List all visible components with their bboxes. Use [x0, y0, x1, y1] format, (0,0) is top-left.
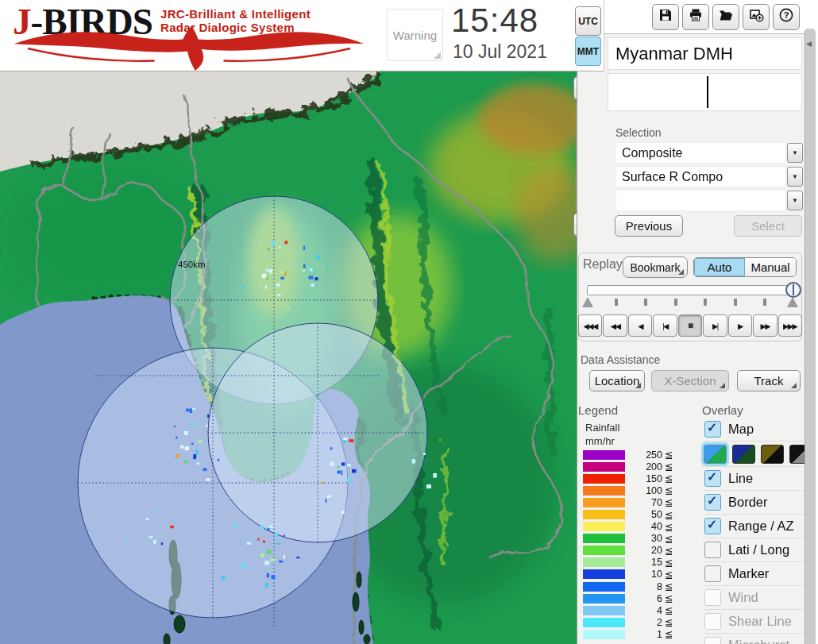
selection-dropdown-1[interactable]: Composite [615, 142, 786, 164]
skip-to-start-button[interactable]: |◀ [653, 314, 677, 337]
checkbox[interactable]: ✓ [704, 421, 721, 438]
echo-pixel [191, 443, 194, 445]
echo-pixel [267, 573, 269, 578]
map-style-dark-blue-green[interactable] [732, 445, 755, 464]
legend-lte-symbol: ≦ [665, 472, 673, 484]
overlay-item-microburst: Microburst [702, 634, 804, 644]
map-style-terrain-blue-green[interactable] [704, 445, 727, 464]
playback-controls: ◀◀◀◀◀◀|◀■▶|▶▶▶▶▶▶ [578, 314, 802, 337]
fast-rewind-3-button[interactable]: ◀◀◀ [578, 314, 602, 337]
replay-timeline-slider[interactable] [587, 285, 801, 295]
fast-forward-2-button[interactable]: ▶▶ [753, 314, 777, 337]
echo-pixel [316, 255, 320, 259]
echo-pixel [185, 447, 190, 451]
echo-pixel [420, 434, 422, 439]
echo-pixel [341, 470, 342, 475]
select-button[interactable]: Select [734, 215, 802, 237]
play-button[interactable]: ▶ [728, 314, 752, 337]
resize-grip-icon[interactable] [434, 52, 441, 59]
echo-pixel [303, 246, 305, 250]
slider-start-marker[interactable] [582, 297, 593, 307]
dropdown-caret-button-2[interactable]: ▼ [787, 167, 803, 187]
radar-map[interactable]: 450km [0, 71, 577, 644]
echo-pixel [260, 525, 264, 530]
selection-dropdown-2[interactable]: Surface R Compo [615, 166, 786, 187]
panel-collapse-strip[interactable] [804, 29, 816, 644]
legend-row: 150≦ [583, 472, 688, 484]
legend-color-swatch [583, 557, 625, 567]
location-button[interactable]: Location [589, 370, 645, 391]
overlay-item-label: Line [728, 471, 753, 486]
checkbox[interactable] [704, 565, 721, 582]
selection-dropdown-3[interactable] [615, 190, 786, 211]
overlay-item-range-az: ✓Range / AZ [702, 515, 804, 538]
echo-pixel [314, 277, 318, 280]
legend-value: 70 [625, 497, 662, 508]
add-image-button[interactable] [743, 4, 770, 30]
step-back-button[interactable]: ◀ [628, 314, 652, 337]
legend-color-swatch [583, 618, 625, 627]
slider-end-marker[interactable] [787, 297, 798, 307]
echo-pixel [352, 469, 357, 473]
panel-collapse-arrow-icon[interactable]: ◀ [806, 40, 812, 48]
help-button[interactable]: ? [773, 4, 800, 30]
overlay-item-border: ✓Border [702, 491, 804, 515]
fast-forward-3-button[interactable]: ▶▶▶ [778, 314, 802, 337]
echo-pixel [426, 484, 431, 488]
skip-to-end-button[interactable]: ▶| [703, 314, 727, 337]
map-style-olive-black[interactable] [761, 445, 784, 464]
timezone-mmt-button[interactable]: MMT [575, 37, 601, 66]
overlay-item-label: Map [728, 422, 754, 437]
timezone-utc-button[interactable]: UTC [575, 6, 601, 36]
checkbox[interactable]: ✓ [704, 518, 721, 534]
checkbox[interactable]: ✓ [704, 494, 721, 511]
echo-pixel [322, 482, 324, 484]
echo-pixel [186, 409, 190, 411]
legend-lte-symbol: ≦ [665, 461, 673, 472]
echo-pixel [284, 555, 285, 559]
echo-pixel [260, 553, 264, 557]
fast-rewind-2-button[interactable]: ◀◀ [603, 314, 627, 337]
legend-section-label: Legend [578, 403, 618, 417]
station-input[interactable] [608, 73, 802, 111]
dropdown-caret-button-3[interactable]: ▼ [787, 191, 803, 210]
bookmark-button[interactable]: Bookmark [623, 256, 688, 278]
dropdown-caret-button-1[interactable]: ▼ [787, 143, 803, 163]
save-icon [658, 7, 673, 26]
open-folder-button[interactable] [712, 4, 739, 30]
echo-pixel [269, 269, 272, 273]
echo-pixel [309, 276, 314, 279]
echo-pixel [280, 271, 284, 274]
echo-pixel [347, 478, 351, 482]
legend-color-swatch [583, 534, 625, 543]
echo-pixel [279, 561, 283, 563]
manual-mode-button[interactable]: Manual [745, 258, 796, 276]
legend-value: 150 [625, 473, 662, 484]
legend-color-swatch [583, 462, 625, 472]
slider-handle[interactable] [785, 282, 801, 298]
overlay-item-label: Shear Line [728, 614, 792, 629]
stop-button[interactable]: ■ [678, 314, 702, 337]
auto-mode-button[interactable]: Auto [694, 258, 745, 276]
map-canvas: 450km [0, 71, 577, 644]
clock-time: 15:48 [451, 2, 538, 40]
legend-value: 8 [625, 581, 662, 592]
echo-pixel [257, 538, 259, 541]
echo-pixel [189, 423, 191, 426]
checkbox[interactable] [704, 542, 721, 558]
echo-pixel [242, 286, 245, 289]
legend-color-swatch [583, 594, 625, 604]
echo-pixel [222, 576, 226, 580]
previous-button[interactable]: Previous [615, 215, 683, 237]
echo-pixel [192, 408, 195, 411]
checkbox[interactable]: ✓ [704, 470, 721, 487]
echo-pixel [161, 542, 163, 545]
x-section-button[interactable]: X-Section [651, 370, 729, 391]
selection-section-label: Selection [615, 126, 662, 139]
warning-panel[interactable]: Warning [387, 9, 443, 61]
echo-pixel [266, 268, 268, 272]
echo-pixel [330, 462, 334, 466]
save-button[interactable] [652, 4, 679, 30]
track-button[interactable]: Track [737, 370, 801, 391]
print-button[interactable] [682, 4, 709, 30]
